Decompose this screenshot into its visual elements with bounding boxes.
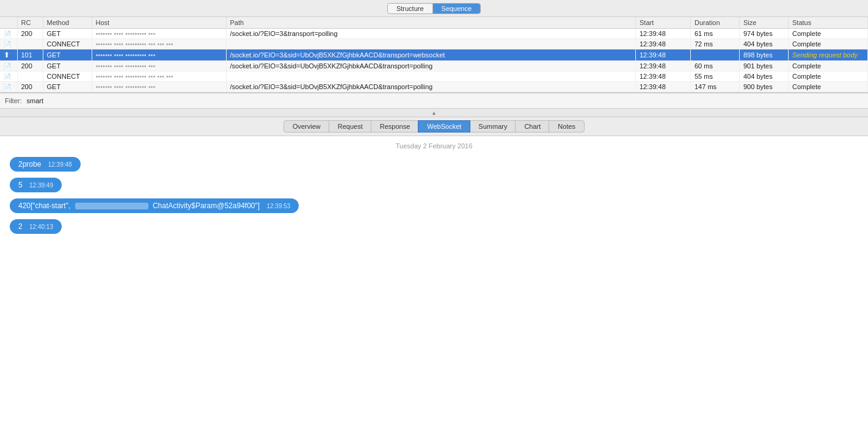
row-duration: 60 ms (691, 61, 740, 71)
col-header-icon (0, 17, 17, 29)
row-rc: 200 (17, 61, 43, 71)
row-size: 404 bytes (740, 71, 789, 82)
row-duration: 55 ms (691, 71, 740, 82)
row-status: Complete (789, 71, 868, 82)
tab-summary[interactable]: Summary (469, 120, 516, 132)
row-method: CONNECT (43, 39, 92, 49)
doc-icon: 📄 (4, 73, 11, 80)
row-size: 404 bytes (740, 39, 789, 49)
row-icon-cell: 📄 (0, 39, 17, 49)
row-method: GET (43, 49, 92, 61)
ws-time-3: 12:39:53 (266, 203, 290, 209)
detail-tab-bar: Overview Request Response WebSocket Summ… (0, 117, 868, 136)
row-start: 12:39:48 (636, 82, 691, 92)
row-duration: 61 ms (691, 29, 740, 39)
row-method: CONNECT (43, 71, 92, 82)
table-header-row: RC Method Host Path Start Duration Size … (0, 17, 868, 29)
ws-time-1: 12:39:48 (48, 161, 72, 168)
ws-text-3b: ChatActivity$Param@52a94f00"] (151, 201, 260, 210)
view-mode-group: Structure Sequence (387, 3, 481, 14)
ws-bubble-3: 420["chat-start", ChatActivity$Param@52a… (10, 198, 299, 213)
row-host: ••••••• •••• ••••••••• ••• (92, 61, 226, 71)
ws-bubble-1: 2probe 12:39:48 (10, 157, 81, 172)
filter-label: Filter: (5, 97, 22, 104)
row-rc: 101 (17, 49, 43, 61)
table-row[interactable]: ⬆101GET••••••• •••• ••••••••• •••/socket… (0, 49, 868, 61)
websocket-panel: Tuesday 2 February 2016 2probe 12:39:48 … (0, 136, 868, 439)
row-path: /socket.io/?EIO=3&sid=UbOvjB5XKZfGjhbkAA… (226, 61, 636, 71)
network-table: RC Method Host Path Start Duration Size … (0, 17, 868, 92)
row-method: GET (43, 82, 92, 92)
ws-bubble-2: 5 12:39:49 (10, 178, 62, 192)
doc-icon: 📄 (4, 63, 11, 70)
row-start: 12:39:48 (636, 61, 691, 71)
col-header-rc: RC (17, 17, 43, 29)
row-method: GET (43, 29, 92, 39)
filter-input[interactable] (27, 97, 864, 104)
row-status: Complete (789, 29, 868, 39)
col-header-size: Size (740, 17, 789, 29)
col-header-path: Path (226, 17, 636, 29)
row-status: Complete (789, 82, 868, 92)
tab-websocket[interactable]: WebSocket (418, 120, 470, 132)
row-size: 974 bytes (740, 29, 789, 39)
doc-icon: 📄 (4, 41, 11, 48)
row-size: 898 bytes (740, 49, 789, 61)
col-header-dur: Duration (691, 17, 740, 29)
ws-text-4: 2 (18, 222, 23, 231)
ws-blurred-3 (75, 203, 148, 209)
sequence-button[interactable]: Sequence (433, 4, 481, 13)
row-host: ••••••• •••• ••••••••• ••• ••• ••• (92, 71, 226, 82)
row-path (226, 39, 636, 49)
main-content: Structure Sequence RC Method (0, 0, 868, 439)
collapse-handle[interactable]: ▲ (0, 109, 868, 117)
row-size: 901 bytes (740, 61, 789, 71)
row-duration: 72 ms (691, 39, 740, 49)
tab-response[interactable]: Response (371, 120, 420, 132)
table-row[interactable]: 📄CONNECT••••••• •••• ••••••••• ••• ••• •… (0, 71, 868, 82)
ws-message-1: 2probe 12:39:48 (10, 157, 858, 172)
arrow-up-icon: ⬆ (4, 51, 10, 59)
ws-message-3: 420["chat-start", ChatActivity$Param@52a… (10, 198, 858, 213)
row-rc (17, 39, 43, 49)
row-size: 900 bytes (740, 82, 789, 92)
row-start: 12:39:48 (636, 49, 691, 61)
tab-overview[interactable]: Overview (283, 120, 330, 132)
row-method: GET (43, 61, 92, 71)
table-row[interactable]: 📄200GET••••••• •••• ••••••••• •••/socket… (0, 61, 868, 71)
ws-text-1: 2probe (18, 160, 41, 169)
row-icon-cell: 📄 (0, 71, 17, 82)
row-icon-cell: 📄 (0, 61, 17, 71)
table-row[interactable]: 📄200GET••••••• •••• ••••••••• •••/socket… (0, 82, 868, 92)
doc-icon: 📄 (4, 84, 11, 90)
ws-bubble-4: 2 12:40:13 (10, 219, 62, 234)
row-start: 12:39:48 (636, 39, 691, 49)
row-status: Sending request body (789, 49, 868, 61)
row-icon-cell: ⬆ (0, 49, 17, 61)
tab-request[interactable]: Request (329, 120, 372, 132)
structure-button[interactable]: Structure (388, 4, 433, 13)
row-host: ••••••• •••• ••••••••• ••• (92, 49, 226, 61)
ws-time-4: 12:40:13 (29, 223, 53, 230)
ws-date-header: Tuesday 2 February 2016 (10, 142, 858, 150)
col-header-method: Method (43, 17, 92, 29)
ws-message-2: 5 12:39:49 (10, 178, 858, 192)
tab-notes[interactable]: Notes (549, 120, 585, 132)
collapse-arrow: ▲ (431, 110, 437, 116)
row-rc: 200 (17, 29, 43, 39)
table-row[interactable]: 📄200GET••••••• •••• ••••••••• •••/socket… (0, 29, 868, 39)
row-start: 12:39:48 (636, 71, 691, 82)
top-toolbar: Structure Sequence (0, 0, 868, 17)
ws-text-3a: 420["chat-start", (18, 201, 73, 210)
col-header-start: Start (636, 17, 691, 29)
col-header-host: Host (92, 17, 226, 29)
row-status: Complete (789, 39, 868, 49)
table-row[interactable]: 📄CONNECT••••••• •••• ••••••••• ••• ••• •… (0, 39, 868, 49)
row-host: ••••••• •••• ••••••••• ••• ••• ••• (92, 39, 226, 49)
row-path: /socket.io/?EIO=3&transport=polling (226, 29, 636, 39)
row-path (226, 71, 636, 82)
network-table-section: RC Method Host Path Start Duration Size … (0, 17, 868, 93)
ws-time-2: 12:39:49 (29, 182, 53, 189)
row-duration (691, 49, 740, 61)
tab-chart[interactable]: Chart (515, 120, 550, 132)
